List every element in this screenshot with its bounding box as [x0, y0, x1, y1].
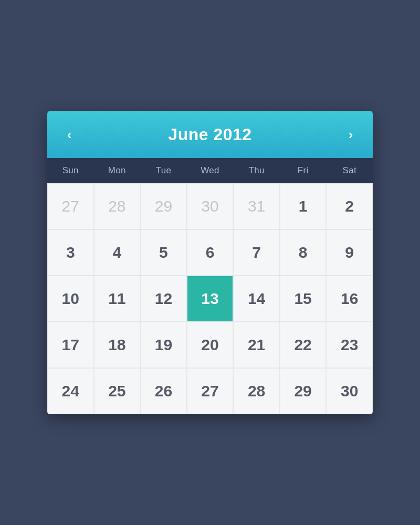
calendar-cell[interactable]: 31: [233, 183, 280, 229]
calendar-cell[interactable]: 28: [233, 368, 280, 414]
calendar-cell[interactable]: 23: [326, 322, 373, 368]
calendar-cell[interactable]: 10: [47, 276, 94, 322]
calendar-cell[interactable]: 24: [47, 368, 94, 414]
day-label: Tue: [140, 158, 187, 183]
calendar-cell[interactable]: 18: [94, 322, 141, 368]
day-label: Sat: [326, 158, 373, 183]
next-month-button[interactable]: ›: [339, 123, 362, 146]
calendar-cell[interactable]: 6: [187, 229, 234, 276]
calendar-cell[interactable]: 22: [280, 322, 327, 368]
calendar-cell[interactable]: 16: [326, 276, 373, 322]
calendar-cell[interactable]: 20: [187, 322, 234, 368]
calendar-cell[interactable]: 29: [280, 368, 327, 414]
calendar-cell[interactable]: 11: [94, 276, 141, 322]
calendar-cell[interactable]: 4: [94, 229, 141, 276]
calendar-cell[interactable]: 1: [280, 183, 327, 229]
calendar-cell[interactable]: 25: [94, 368, 141, 414]
calendar-cell[interactable]: 28: [94, 183, 141, 229]
calendar-cell[interactable]: 29: [140, 183, 187, 229]
calendar-cell[interactable]: 30: [326, 368, 373, 414]
calendar: ‹ June 2012 › SunMonTueWedThuFriSat 2728…: [47, 111, 373, 414]
day-label: Thu: [233, 158, 280, 183]
prev-month-button[interactable]: ‹: [58, 123, 81, 146]
calendar-cell[interactable]: 17: [47, 322, 94, 368]
calendar-title: June 2012: [168, 125, 251, 144]
calendar-cell[interactable]: 15: [280, 276, 327, 322]
day-label: Sun: [47, 158, 94, 183]
calendar-cell[interactable]: 14: [233, 276, 280, 322]
calendar-cell[interactable]: 5: [140, 229, 187, 276]
calendar-cell[interactable]: 13: [187, 276, 234, 322]
day-label: Mon: [94, 158, 141, 183]
calendar-cell[interactable]: 7: [233, 229, 280, 276]
calendar-cell[interactable]: 8: [280, 229, 327, 276]
calendar-cell[interactable]: 27: [47, 183, 94, 229]
calendar-cell[interactable]: 3: [47, 229, 94, 276]
calendar-cell[interactable]: 2: [326, 183, 373, 229]
calendar-cell[interactable]: 21: [233, 322, 280, 368]
day-label: Wed: [187, 158, 234, 183]
calendar-cell[interactable]: 27: [187, 368, 234, 414]
calendar-header: ‹ June 2012 ›: [47, 111, 373, 158]
day-label: Fri: [280, 158, 327, 183]
calendar-cell[interactable]: 30: [187, 183, 234, 229]
calendar-cell[interactable]: 19: [140, 322, 187, 368]
calendar-cell[interactable]: 9: [326, 229, 373, 276]
days-header: SunMonTueWedThuFriSat: [47, 158, 373, 183]
calendar-cell[interactable]: 12: [140, 276, 187, 322]
calendar-cell[interactable]: 26: [140, 368, 187, 414]
calendar-grid: 2728293031123456789101112131415161718192…: [47, 183, 373, 414]
